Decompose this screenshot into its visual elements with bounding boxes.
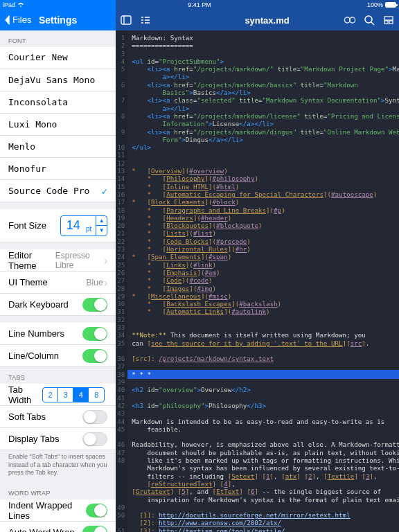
font-option[interactable]: Luxi Mono [0, 114, 116, 136]
font-section-label: FONT [0, 30, 116, 47]
theme-cell[interactable]: Editor ThemeEspresso Libre › [0, 249, 116, 272]
font-option[interactable]: Menlo [0, 136, 116, 158]
cell-label: Indent Wrapped Lines [8, 500, 86, 521]
switch[interactable] [82, 327, 107, 341]
font-name: Luxi Mono [8, 119, 57, 130]
tools-icon[interactable] [382, 14, 395, 26]
tabs-section-label: TABS [0, 367, 116, 384]
battery-percent: 100% [367, 1, 383, 8]
toggle-cell[interactable]: Line/Column [0, 345, 116, 367]
stepper-down-icon[interactable]: ▼ [96, 226, 107, 236]
check-icon: ✓ [102, 186, 107, 197]
battery-icon [385, 2, 396, 8]
switch[interactable] [82, 349, 107, 363]
detail-label: Blue › [87, 278, 108, 287]
svg-rect-7 [384, 21, 388, 24]
preview-icon[interactable] [344, 14, 356, 26]
font-option[interactable]: Inconsolata [0, 91, 116, 114]
seg-option[interactable]: 4 [73, 388, 89, 402]
detail-label: Espresso Libre › [55, 251, 108, 270]
code-content[interactable]: Markdown: Syntax================ <ul id=… [127, 30, 399, 532]
seg-option[interactable]: 2 [43, 388, 58, 402]
cell-label: Line Numbers [8, 328, 64, 339]
display-tabs-cell[interactable]: Display Tabs [0, 428, 116, 450]
clock: 9:41 PM [188, 1, 211, 8]
font-name: Courier New [8, 53, 68, 63]
theme-cell[interactable]: Dark Keyboard [0, 294, 116, 316]
font-name: DejaVu Sans Mono [8, 75, 95, 85]
switch[interactable] [86, 504, 108, 517]
toggle-cell[interactable]: Indent Wrapped Lines [0, 499, 116, 522]
font-name: Monofur [8, 163, 46, 174]
svg-line-5 [371, 22, 374, 25]
cell-label: Editor Theme [8, 250, 55, 271]
seg-option[interactable]: 3 [58, 388, 73, 402]
tabs-footnote: Enable "Soft Tabs" to insert spaces inst… [0, 450, 116, 483]
font-size-unit: pt [86, 225, 96, 236]
cell-label: Dark Keyboard [8, 299, 69, 310]
editor-pane: syntax.md 123456789101112131415161718192… [116, 0, 399, 532]
cell-label: Auto Word Wrap [8, 527, 75, 532]
cell-label: UI Theme [8, 277, 48, 287]
font-option[interactable]: Courier New [0, 47, 116, 69]
switch[interactable] [82, 526, 107, 532]
editor-filename: syntax.md [245, 15, 289, 26]
svg-rect-8 [389, 21, 393, 24]
chevron-right-icon: › [105, 278, 108, 287]
tab-width-cell: Tab Width 2348 [0, 384, 116, 406]
tab-width-label: Tab Width [8, 384, 42, 405]
font-size-stepper[interactable]: 14 pt ▲▼ [60, 215, 107, 236]
font-option[interactable]: DejaVu Sans Mono [0, 69, 116, 91]
panel-left-icon[interactable] [120, 14, 132, 26]
toggle-cell[interactable]: Line Numbers [0, 323, 116, 345]
wrap-section-label: WORD WRAP [0, 483, 116, 499]
theme-cell[interactable]: UI ThemeBlue › [0, 272, 116, 294]
settings-title: Settings [39, 15, 77, 26]
toggle-cell[interactable]: Auto Word Wrap [0, 522, 116, 532]
svg-point-4 [365, 16, 372, 23]
outline-icon[interactable] [139, 14, 152, 26]
wifi-icon [17, 2, 24, 8]
soft-tabs-cell[interactable]: Soft Tabs [0, 406, 116, 428]
font-size-cell: Font Size 14 pt ▲▼ [0, 209, 116, 242]
seg-option[interactable]: 8 [89, 388, 104, 402]
svg-rect-6 [384, 17, 393, 20]
chevron-left-icon [4, 15, 11, 25]
font-option[interactable]: Source Code Pro✓ [0, 180, 116, 202]
font-name: Inconsolata [8, 97, 68, 107]
back-button[interactable]: Files [4, 15, 31, 25]
cell-label: Line/Column [8, 351, 59, 361]
back-label: Files [12, 15, 31, 25]
font-name: Menlo [8, 141, 35, 152]
status-bar: iPad 9:41 PM 100% [0, 0, 399, 10]
display-tabs-label: Display Tabs [8, 434, 59, 444]
tab-width-segmented[interactable]: 2348 [42, 387, 105, 402]
font-size-value: 14 [61, 218, 86, 233]
svg-rect-0 [121, 16, 131, 24]
font-size-label: Font Size [8, 220, 46, 231]
settings-panel: Files Settings FONT Courier NewDejaVu Sa… [0, 0, 116, 532]
chevron-right-icon: › [105, 256, 108, 265]
display-tabs-switch[interactable] [82, 432, 107, 446]
switch[interactable] [82, 298, 107, 312]
code-area[interactable]: 1234567891011121314151617181920212223242… [116, 30, 399, 532]
device-label: iPad [3, 1, 15, 8]
soft-tabs-label: Soft Tabs [8, 411, 46, 422]
stepper-up-icon[interactable]: ▲ [96, 216, 107, 227]
search-icon[interactable] [363, 14, 375, 26]
soft-tabs-switch[interactable] [82, 410, 107, 424]
font-name: Source Code Pro [8, 186, 89, 196]
font-option[interactable]: Monofur [0, 158, 116, 180]
line-gutter: 1234567891011121314151617181920212223242… [116, 30, 127, 532]
